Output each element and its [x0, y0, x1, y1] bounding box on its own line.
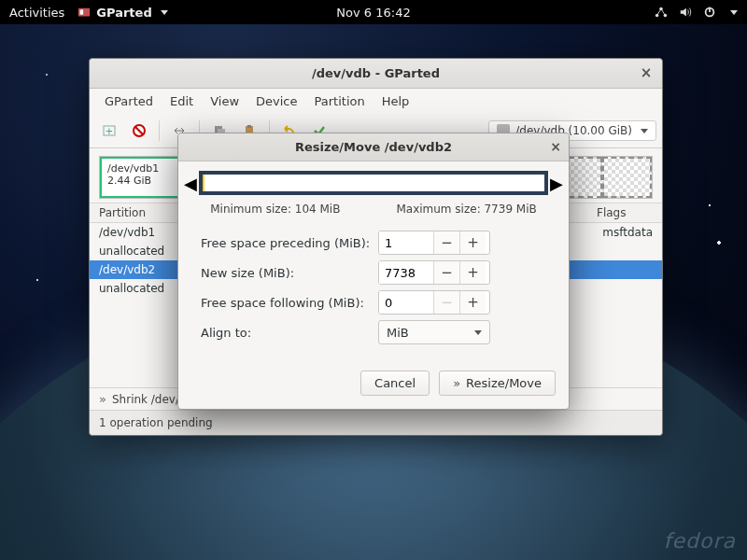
resize-move-dialog: Resize/Move /dev/vdb2 × ◀ ▶ Minimum size…: [177, 133, 570, 410]
newsize-stepper[interactable]: − +: [378, 260, 490, 285]
menubar: GParted Edit View Device Partition Help: [90, 89, 662, 114]
preceding-stepper[interactable]: − +: [378, 231, 490, 255]
svg-rect-1: [80, 9, 84, 14]
slider-track[interactable]: [199, 171, 548, 195]
chevron-down-icon: [474, 330, 482, 335]
close-icon[interactable]: ×: [638, 65, 655, 82]
svg-rect-12: [247, 125, 251, 128]
menu-device[interactable]: Device: [248, 92, 304, 110]
volume-icon[interactable]: [679, 6, 692, 19]
delete-button[interactable]: [125, 118, 153, 144]
menu-edit[interactable]: Edit: [162, 92, 201, 110]
newsize-label: New size (MiB):: [201, 266, 378, 280]
chevron-down-icon: [730, 10, 738, 15]
following-label: Free space following (MiB):: [201, 296, 378, 310]
arrow-left-icon[interactable]: ◀: [184, 174, 197, 193]
window-titlebar[interactable]: /dev/vdb - GParted ×: [90, 59, 662, 89]
resize-move-button[interactable]: » Resize/Move: [439, 371, 556, 396]
stepper-minus[interactable]: −: [433, 261, 459, 284]
network-icon[interactable]: [655, 6, 668, 19]
col-flags[interactable]: Flags: [597, 206, 653, 219]
gparted-app-icon: [78, 6, 91, 19]
menu-view[interactable]: View: [203, 92, 247, 110]
status-text: 1 operation pending: [99, 416, 213, 429]
preceding-label: Free space preceding (MiB):: [201, 236, 378, 250]
dialog-form: Free space preceding (MiB): − + New size…: [178, 231, 569, 361]
align-label: Align to:: [201, 326, 378, 340]
activities-button[interactable]: Activities: [9, 6, 64, 20]
close-icon[interactable]: ×: [550, 139, 561, 154]
stepper-minus[interactable]: −: [433, 231, 459, 254]
dialog-title: Resize/Move /dev/vdb2: [295, 140, 452, 154]
dialog-titlebar[interactable]: Resize/Move /dev/vdb2 ×: [178, 133, 569, 161]
menu-help[interactable]: Help: [374, 92, 417, 110]
chevron-right-icon: »: [99, 392, 106, 406]
power-icon[interactable]: [703, 6, 716, 19]
menu-partition[interactable]: Partition: [307, 92, 373, 110]
min-size-label: Minimum size: 104 MiB: [210, 203, 340, 216]
stepper-plus[interactable]: +: [459, 291, 486, 314]
preceding-input[interactable]: [379, 231, 433, 254]
partition-slider: ◀ ▶: [178, 161, 569, 199]
stepper-plus[interactable]: +: [459, 261, 486, 284]
chevron-down-icon: [161, 10, 168, 15]
menu-gparted[interactable]: GParted: [97, 92, 161, 110]
arrow-right-icon[interactable]: ▶: [550, 174, 563, 193]
stepper-plus[interactable]: +: [459, 231, 486, 254]
status-bar: 1 operation pending: [90, 410, 662, 435]
gnome-topbar: Activities GParted Nov 6 16:42: [0, 0, 747, 24]
fedora-watermark: fedora: [664, 529, 736, 553]
following-stepper[interactable]: − +: [378, 290, 490, 315]
chevron-down-icon: [641, 129, 648, 133]
svg-text:+: +: [106, 126, 113, 136]
app-menu[interactable]: GParted: [78, 6, 167, 20]
cancel-button[interactable]: Cancel: [360, 371, 430, 396]
stepper-minus: −: [433, 291, 459, 314]
slider-fill: [203, 175, 204, 191]
align-select[interactable]: MiB: [378, 320, 490, 344]
window-title: /dev/vdb - GParted: [312, 66, 440, 80]
size-limits: Minimum size: 104 MiB Maximum size: 7739…: [178, 199, 569, 225]
following-input[interactable]: [379, 291, 433, 314]
clock[interactable]: Nov 6 16:42: [336, 6, 410, 20]
dialog-buttons: Cancel » Resize/Move: [178, 361, 569, 409]
chevron-right-icon: »: [453, 376, 460, 390]
new-partition-button[interactable]: +: [95, 118, 123, 144]
align-value: MiB: [387, 326, 409, 340]
newsize-input[interactable]: [379, 261, 433, 284]
disk-segment-unallocated[interactable]: [602, 157, 652, 198]
max-size-label: Maximum size: 7739 MiB: [396, 203, 536, 216]
